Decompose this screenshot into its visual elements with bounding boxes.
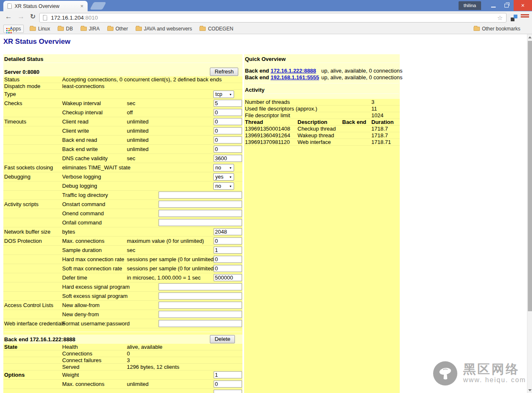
refresh-button[interactable]: Refresh (210, 68, 238, 76)
value-input[interactable] (159, 201, 242, 208)
bookmark-folder-item[interactable]: JAVA and webservers (136, 26, 192, 32)
value-input[interactable] (214, 371, 242, 378)
url-page-icon (43, 15, 47, 20)
value-input[interactable] (214, 118, 242, 125)
row-group-label: Access Control Lists (3, 302, 62, 308)
column-header: Back end (342, 119, 371, 125)
row-field-label: Checkup interval (62, 109, 127, 116)
restore-button[interactable] (500, 0, 513, 11)
value-input[interactable] (214, 247, 242, 254)
thread-cell: Web interface (298, 139, 342, 145)
value-input[interactable] (214, 155, 242, 162)
tab-title: XR Status Overview (15, 3, 79, 9)
bookmark-folder-item[interactable]: DB (58, 26, 73, 32)
thread-cell: 1718.71 (371, 139, 400, 145)
config-row: Web interface credentialsFormat username… (3, 319, 242, 328)
bookmark-label: Other (116, 26, 128, 32)
title-divider (3, 49, 521, 50)
url-text[interactable]: 172.16.1.204:8010 (51, 15, 98, 21)
row-group-label: State (3, 344, 62, 350)
value-input[interactable] (159, 311, 242, 318)
value-input[interactable] (214, 109, 242, 116)
extension-icon[interactable] (511, 15, 517, 21)
bookmark-folder-item[interactable]: JIRA (81, 26, 100, 32)
activity-stat-row: Number of threads3 (244, 99, 400, 106)
backend-status: up, alive, available, 0 connections (321, 74, 402, 81)
minimize-icon (491, 7, 496, 8)
new-tab-button[interactable] (90, 2, 106, 10)
value-input[interactable] (214, 237, 242, 244)
value-input[interactable] (214, 127, 242, 134)
config-row: Onfail command (3, 218, 242, 227)
scroll-down-button[interactable] (527, 387, 532, 393)
value-input[interactable] (159, 302, 242, 309)
bookmark-folder-item[interactable]: Linux (30, 26, 50, 32)
bookmark-folder-item[interactable]: Other (107, 26, 128, 32)
window-titlebar: XR Status Overview × thilina × (0, 0, 532, 11)
row-field-label: Max. connections (62, 238, 127, 244)
row-group-label: Checks (3, 100, 62, 106)
server-title: Server 0:8080 (4, 69, 40, 75)
server-title-row: Server 0:8080 Refresh (3, 67, 242, 76)
config-row: StatusAccepting connections, 0 concurren… (3, 76, 242, 83)
row-description: 0 (127, 350, 242, 357)
row-field-label: Debug logging (62, 183, 127, 189)
minimize-button[interactable] (487, 0, 499, 11)
row-field-label: Soft excess signal program (62, 293, 127, 299)
browser-tab[interactable]: XR Status Overview × (3, 1, 88, 11)
dropdown-select[interactable]: no▼ (213, 182, 234, 190)
mushroom-logo-icon (433, 361, 457, 385)
value-input[interactable] (159, 283, 242, 290)
profile-badge[interactable]: thilina (459, 1, 481, 10)
value-input[interactable] (214, 390, 242, 393)
address-bar[interactable]: 172.16.1.204:8010 ☆ (39, 13, 507, 23)
value-input[interactable] (214, 274, 242, 281)
folder-icon (199, 27, 206, 31)
value-input[interactable] (214, 136, 242, 144)
scrollbar-thumb[interactable] (528, 41, 532, 311)
forward-icon[interactable]: → (18, 13, 25, 21)
backend-label: Back end 172.16.1.222:8888 (244, 68, 321, 74)
dropdown-select[interactable]: no▼ (213, 164, 234, 171)
dropdown-value: no (215, 183, 227, 189)
config-row: Traffic log directory (3, 191, 242, 200)
backend-links: Back end 172.16.1.222:8888up, alive, ava… (244, 68, 400, 81)
quick-overview-panel: Quick Overview Back end 172.16.1.222:888… (244, 54, 400, 393)
value-input[interactable] (159, 210, 242, 217)
apps-button[interactable]: Apps (3, 25, 24, 33)
watermark-site: www. heiqu. com (463, 376, 526, 384)
stat-value: 1024 (371, 112, 383, 118)
reload-icon[interactable]: ↻ (30, 13, 35, 20)
dropdown-select[interactable]: tcp▼ (213, 91, 234, 98)
scroll-up-button[interactable] (527, 34, 532, 40)
bookmark-folder-item[interactable]: CODEGEN (199, 26, 233, 32)
delete-button[interactable]: Delete (210, 335, 235, 343)
window-close-button[interactable]: × (514, 0, 532, 11)
backend-link[interactable]: 192.168.1.161:5555 (270, 74, 319, 81)
bookmark-star-icon[interactable]: ☆ (497, 14, 503, 22)
value-input[interactable] (159, 219, 242, 226)
value-input[interactable] (159, 191, 242, 199)
row-group-label: Fast sockets closing (3, 164, 62, 171)
chrome-menu-icon[interactable] (521, 14, 529, 18)
thread-cell: 1718.7 (371, 126, 400, 132)
value-input[interactable] (214, 100, 242, 107)
dropdown-select[interactable]: yes▼ (213, 173, 234, 181)
thread-cell: Wakeup thread (298, 132, 342, 139)
value-input[interactable] (214, 265, 242, 272)
back-icon[interactable]: ← (5, 13, 12, 21)
value-input[interactable] (159, 320, 242, 327)
value-input[interactable] (214, 228, 242, 235)
dropdown-value: yes (215, 174, 227, 180)
vertical-scrollbar[interactable] (527, 34, 532, 393)
config-row: TimeoutsClient readunlimited (3, 117, 242, 126)
backend-link[interactable]: 172.16.1.222:8888 (270, 68, 316, 74)
tab-close-icon[interactable]: × (79, 3, 84, 9)
row-group-label: Options (3, 372, 62, 378)
value-input[interactable] (214, 256, 242, 263)
value-input[interactable] (214, 380, 242, 388)
value-input[interactable] (159, 292, 242, 300)
value-input[interactable] (214, 146, 242, 153)
other-bookmarks-button[interactable]: Other bookmarks (474, 26, 520, 32)
row-field-label: Client read (62, 118, 127, 125)
